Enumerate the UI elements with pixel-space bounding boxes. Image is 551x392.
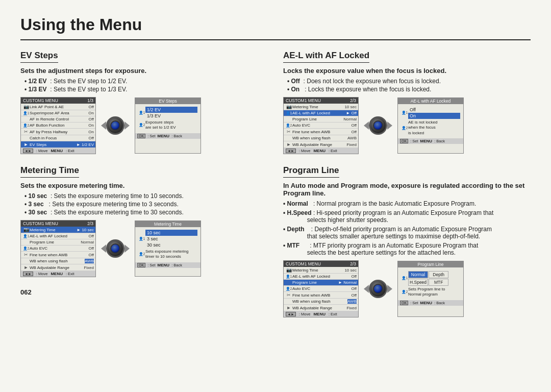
prog-menu-header: CUSTOM1 MENU2/3 [284,261,358,267]
ae-l-action-screen: AE-L with AF Locked 👤1 Off On 👤2 AE is n… [397,97,464,154]
ae-l-desc: Locks the exposure value when the focus … [283,67,531,75]
prog-action-body: 👤1 Normal Depth H.Speed MTF 👤2 Sets Prog… [398,267,463,300]
metering-bullet-2: • 3 sec : Sets the exposure metering tim… [24,201,268,208]
metering-action-body: 👤1 10 sec 3 sec 30 sec 👤2 Sets exposure … [135,227,201,262]
person2-m: 👤2 [22,247,30,251]
program-line-desc: In Auto mode and Program mode, exposure … [283,182,531,197]
metering-menu-screen: CUSTOM1 MENU2/3 📷 Metering Time ► 10 sec… [20,220,96,277]
prog-table: Normal Depth H.Speed MTF [408,271,448,286]
metering-menu-row-6: WB when using flash AWB [21,258,95,264]
ae-l-lens [369,116,387,135]
prog-menu-row-7: ► WB Adjustable Range Fixed [284,305,358,311]
prog-menu-row-2: 👤1 AE-L with AF Locked Off [284,274,358,280]
ae-l-menu-row-5: ✂ Fine tune when AWB Off [284,129,358,135]
ev-action-row-1: 👤1 1/2 EV 1/3 EV [138,106,197,119]
ev-steps-bullet-2: • 1/3 EV : Sets the EV step to 1/3 EV. [24,86,268,93]
metering-menu-header: CUSTOM1 MENU2/3 [21,220,95,227]
ev-menu-row-4: 👤2 AF Button Function On [21,122,95,129]
ae-l-action-body: 👤1 Off On 👤2 AE is not lockedwhen the fo… [398,104,463,138]
program-line-diagrams: CUSTOM1 MENU2/3 📷 Metering Time 10 sec 👤… [283,260,531,317]
ev-menu-footer: ◄► : Move MENU : Exit [21,148,95,154]
prog-menu-row-3: Program Line ► Normal [284,280,358,286]
metering-action-row-1: 👤1 10 sec 3 sec 30 sec [138,229,197,249]
program-line-section: Program Line In Auto mode and Program mo… [283,165,531,317]
ev-menu-row-6: Catch in Focus Off [21,135,95,141]
person2-icon: 👤2 [22,124,30,128]
ev-steps-bullet-1: • 1/2 EV : Sets the EV step to 1/2 EV. [24,78,268,85]
title-divider [20,39,531,40]
ev-steps-menu-screen: CUSTOM1 MENU1/3 📷 Link AF Point & AE Off… [20,97,96,154]
ae-l-title: AE-L with AF Locked [283,51,369,63]
ae-l-menu-row-6: WB when using flash AWB [284,135,358,141]
metering-action-row-2: 👤2 Sets exposure meteringtimer to 10 sec… [138,249,197,260]
main-grid: EV Steps Sets the adjustment steps for e… [20,51,531,329]
ae-l-menu-row-2: 👤1 AE-L with AF Locked ► Off [284,110,358,116]
ae-l-menu-row-3: Program Line Normal [284,116,358,122]
ae-l-action-header: AE-L with AF Locked [398,98,463,104]
prog-action-footer: OK : Set MENU : Back [398,300,463,306]
arrow-right-icon: ► [22,142,30,147]
right-column: AE-L with AF Locked Locks the exposure v… [283,51,531,329]
prog-lens [369,280,387,298]
ae-l-section: AE-L with AF Locked Locks the exposure v… [283,51,531,154]
ae-l-action-row-1: 👤1 Off On [401,106,460,119]
prog-menu-row-5: ✂ Fine tune when AWB Off [284,292,358,299]
prog-menu-row-1: 📷 Metering Time 10 sec [284,267,358,274]
metering-menu-row-4: 👤2 Auto EVC Off [21,246,95,252]
ev-steps-section: EV Steps Sets the adjustment steps for e… [20,51,268,154]
ev-menu-row-5: ✂ AF by Press Halfway On [21,129,95,135]
prog-bullet-3: • Depth : Depth-of-field priority progra… [283,226,531,240]
metering-time-diagrams: CUSTOM1 MENU2/3 📷 Metering Time ► 10 sec… [20,220,268,277]
ae-l-bullet-2: • On : Locks the exposure when the focus… [287,86,531,93]
metering-action-screen: Metering Time 👤1 10 sec 3 sec 30 sec 👤2 [135,220,201,277]
prog-menu-screen: CUSTOM1 MENU2/3 📷 Metering Time 10 sec 👤… [283,260,359,317]
prog-bullet-4: • MTF : MTF priority program is an Autom… [283,242,531,256]
person1-m: 👤1 [22,234,30,238]
lens-inner [110,120,120,131]
ev-steps-action-screen: EV Steps 👤1 1/2 EV 1/3 EV 👤2 Exposure st… [135,97,201,154]
prog-menu-row-4: 👤2 Auto EVC Off [284,286,358,292]
left-column: EV Steps Sets the adjustment steps for e… [20,51,268,329]
arrow-m: ► [22,265,30,270]
ae-l-menu-row-7: ► WB Adjustable Range Fixed [284,141,358,148]
metering-menu-row-1: 📷 Metering Time ► 10 sec [21,227,95,233]
person1-action-icon: 👤1 [138,111,145,115]
lens-circle [106,116,124,135]
ae-l-arrow [362,116,394,135]
arrow-left-part [99,121,106,130]
ev-action-row-2: 👤2 Exposure stepsare set to 1/2 EV [138,119,197,131]
metering-menu-row-7: ► WB Adjustable Range Fixed [21,264,95,271]
scissors-m: ✂ [22,252,30,257]
ae-l-action-row-2: 👤2 AE is not lockedwhen the focusis lock… [401,119,460,136]
ae-l-bullet-1: • Off : Does not lock the exposure when … [287,78,531,85]
ev-steps-desc: Sets the adjustment steps for exposure. [20,67,268,75]
metering-menu-footer: ◄► : Move MENU : Exit [21,271,95,277]
metering-time-title: Metering Time [20,165,79,178]
ev-menu-row-3: AF in Remote Control Off [21,116,95,122]
scissors-icon: ✂ [22,129,30,134]
prog-action-header: Program Line [398,261,463,267]
prog-bullet-2: • H.Speed : Hi-speed priority program is… [283,209,531,224]
page-number: 062 [20,288,268,296]
ae-l-action-footer: OK : Set MENU : Back [398,138,463,144]
ae-l-menu-screen: CUSTOM1 MENU2/3 📷 Metering Time 10 sec 👤… [283,97,359,154]
ev-steps-menu-header: CUSTOM1 MENU1/3 [21,97,95,104]
metering-time-arrow [99,239,132,258]
metering-menu-row-5: ✂ Fine tune when AWB Off [21,252,95,258]
prog-action-row-1: 👤1 Normal Depth H.Speed MTF [401,270,460,286]
person1-icon: 👤1 [22,111,30,115]
camera-icon-m: 📷 [22,227,30,232]
ev-steps-title: EV Steps [20,51,58,63]
prog-bullet-1: • Normal : Normal program is the basic A… [283,200,531,207]
ev-menu-row-2: 👤1 Superimpose AF Area On [21,110,95,116]
prog-arrow [362,280,394,298]
metering-menu-row-3: Program Line Normal [21,239,95,246]
page-title: Using the Menu [20,15,531,34]
metering-bullet-1: • 10 sec : Sets the exposure metering ti… [24,192,268,200]
metering-time-section: Metering Time Sets the exposure metering… [20,165,268,277]
person2-action-icon: 👤2 [138,123,145,127]
metering-time-desc: Sets the exposure metering time. [20,182,268,189]
ae-l-diagrams: CUSTOM1 MENU2/3 📷 Metering Time 10 sec 👤… [283,97,531,154]
prog-action-row-2: 👤2 Sets Program line toNormal program [401,286,460,298]
metering-action-header: Metering Time [135,221,201,227]
